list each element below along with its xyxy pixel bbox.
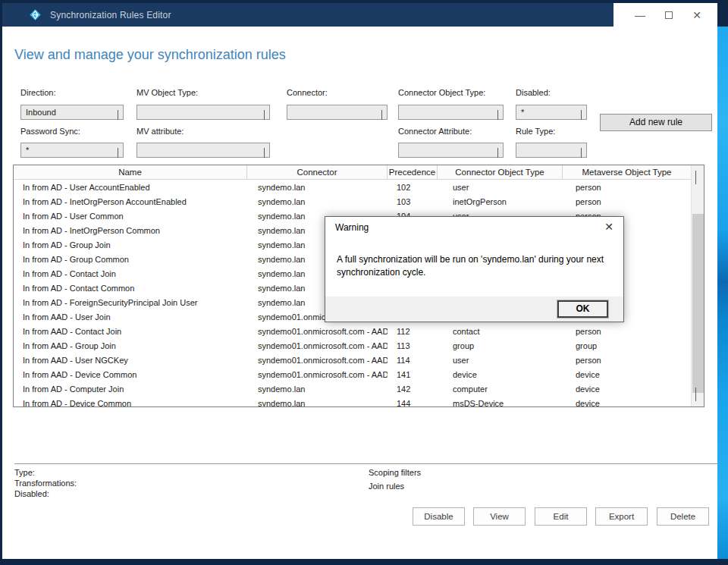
desktop-background: Synchronization Rules Editor — ✕ View an… — [0, 0, 728, 565]
table-cell: In from AD - User Common — [14, 209, 247, 224]
edit-button[interactable]: Edit — [535, 507, 587, 526]
chevron-down-icon — [381, 110, 382, 119]
table-row[interactable]: In from AAD - Device Commonsyndemo01.onm… — [14, 368, 691, 382]
table-cell: syndemo.lan — [247, 397, 388, 406]
dialog-message: A full synchronization will be run on 's… — [337, 253, 608, 279]
table-row[interactable]: In from AD - User AccountEnabledsyndemo.… — [14, 180, 691, 195]
mv-attribute-dropdown[interactable] — [136, 143, 270, 158]
sync-diamond-icon — [28, 8, 42, 22]
titlebar: Synchronization Rules Editor — ✕ — [2, 3, 717, 27]
table-cell: user — [438, 353, 563, 368]
table-cell: In from AD - Computer Join — [14, 382, 247, 397]
table-cell: 103 — [388, 195, 438, 209]
scrollbar-thumb[interactable] — [692, 214, 704, 393]
table-cell: In from AAD - User NGCKey — [14, 353, 247, 368]
table-cell: 144 — [388, 397, 438, 406]
view-button[interactable]: View — [473, 507, 526, 526]
disable-button[interactable]: Disable — [413, 507, 465, 526]
table-row[interactable]: In from AAD - User NGCKeysyndemo01.onmic… — [14, 353, 691, 368]
titlebar-controls: — ✕ — [613, 3, 717, 27]
table-cell: In from AD - Device Common — [14, 397, 247, 406]
table-cell: syndemo.lan — [247, 195, 388, 209]
chevron-down-icon — [264, 110, 265, 119]
table-row[interactable]: In from AD - Device Commonsyndemo.lan144… — [14, 397, 691, 406]
table-cell: 113 — [388, 339, 438, 353]
connector-object-type-dropdown[interactable] — [398, 105, 504, 120]
chevron-down-icon — [581, 110, 582, 119]
table-cell: 114 — [388, 353, 438, 368]
ok-button[interactable]: OK — [557, 300, 608, 318]
details-divider — [14, 463, 718, 464]
add-new-rule-button[interactable]: Add new rule — [600, 114, 712, 131]
app-window: Synchronization Rules Editor — ✕ View an… — [2, 3, 717, 559]
rule-type-label: Rule Type: — [516, 127, 555, 136]
table-cell: computer — [438, 382, 563, 397]
table-cell: device — [563, 397, 691, 406]
table-cell: person — [563, 325, 691, 339]
connector-attribute-dropdown[interactable] — [398, 143, 504, 158]
scroll-down-icon[interactable] — [695, 388, 696, 401]
table-cell: In from AD - InetOrgPerson Common — [14, 224, 247, 238]
dialog-close-icon[interactable]: ✕ — [604, 221, 613, 233]
table-row[interactable]: In from AD - Computer Joinsyndemo.lan142… — [14, 382, 691, 397]
maximize-icon[interactable] — [661, 9, 677, 21]
table-cell: msDS-Device — [438, 397, 563, 406]
connector-label: Connector: — [287, 88, 328, 97]
type-label: Type: — [14, 468, 35, 477]
export-button[interactable]: Export — [595, 507, 648, 526]
chevron-down-icon — [118, 148, 118, 157]
dialog-title: Warning — [335, 222, 369, 233]
column-header-metaverse-object-type[interactable]: Metaverse Object Type — [563, 165, 691, 179]
page-title: View and manage your synchronization rul… — [14, 47, 286, 63]
connector-dropdown[interactable] — [287, 105, 388, 120]
disabled-dropdown[interactable]: * — [516, 105, 587, 120]
table-header: Name Connector Precedence Connector Obje… — [14, 165, 704, 180]
close-icon[interactable]: ✕ — [689, 9, 705, 21]
password-sync-dropdown[interactable]: * — [20, 143, 124, 158]
table-cell: In from AD - ForeignSecurityPrincipal Jo… — [14, 296, 247, 310]
disabled-value: * — [521, 108, 524, 117]
direction-label: Direction: — [20, 88, 55, 97]
disabled-detail-label: Disabled: — [14, 489, 49, 498]
table-cell: syndemo01.onmicrosoft.com - AAD — [247, 353, 388, 368]
disabled-filter-label: Disabled: — [516, 88, 551, 97]
titlebar-left: Synchronization Rules Editor — [2, 3, 613, 27]
dialog-footer: OK — [325, 297, 623, 322]
column-header-connector-object-type[interactable]: Connector Object Type — [438, 165, 563, 179]
table-cell: contact — [438, 325, 563, 339]
column-header-connector[interactable]: Connector — [247, 165, 388, 179]
table-row[interactable]: In from AD - InetOrgPerson AccountEnable… — [14, 195, 691, 209]
chevron-down-icon — [264, 148, 265, 157]
table-cell: syndemo01.onmicrosoft.com - AAD — [247, 325, 388, 339]
table-row[interactable]: In from AAD - Contact Joinsyndemo01.onmi… — [14, 325, 691, 339]
table-cell: syndemo01.onmicrosoft.com - AAD — [247, 339, 388, 353]
chevron-down-icon — [497, 148, 498, 157]
scroll-up-icon[interactable] — [695, 171, 696, 184]
table-cell: device — [563, 382, 691, 397]
table-cell: In from AD - Group Join — [14, 238, 247, 253]
mv-object-type-dropdown[interactable] — [136, 105, 270, 120]
table-row[interactable]: In from AAD - Group Joinsyndemo01.onmicr… — [14, 339, 691, 353]
table-cell: In from AAD - Group Join — [14, 339, 247, 353]
column-header-precedence[interactable]: Precedence — [388, 165, 438, 179]
window-title: Synchronization Rules Editor — [50, 10, 171, 20]
direction-value: Inbound — [26, 108, 56, 117]
rule-type-dropdown[interactable] — [516, 143, 587, 158]
table-scrollbar[interactable] — [691, 165, 704, 406]
table-cell: device — [438, 368, 563, 382]
desktop-wallpaper-strip — [717, 27, 728, 559]
table-cell: user — [438, 180, 563, 195]
table-cell: inetOrgPerson — [438, 195, 563, 209]
password-sync-label: Password Sync: — [20, 127, 80, 136]
table-cell: 102 — [388, 180, 438, 195]
table-cell: person — [563, 180, 691, 195]
scoping-filters-label: Scoping filters — [369, 468, 421, 477]
delete-button[interactable]: Delete — [657, 507, 709, 526]
direction-dropdown[interactable]: Inbound — [20, 105, 124, 120]
table-cell: group — [438, 339, 563, 353]
table-cell: In from AAD - Device Common — [14, 368, 247, 382]
table-cell: person — [563, 353, 691, 368]
minimize-icon[interactable]: — — [632, 9, 648, 21]
column-header-name[interactable]: Name — [14, 165, 247, 179]
table-cell: 141 — [388, 368, 438, 382]
